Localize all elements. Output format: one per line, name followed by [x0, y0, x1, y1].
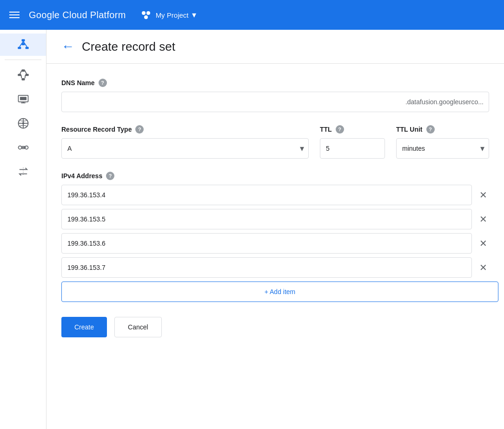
sidebar-item-interconnect[interactable]	[0, 136, 46, 159]
dns-name-help-icon[interactable]: ?	[99, 79, 107, 87]
ipv4-label: IPv4 Address ?	[61, 172, 489, 180]
sidebar-item-routes[interactable]	[0, 112, 46, 134]
chevron-down-icon: ▾	[192, 10, 196, 20]
ttl-col: TTL ?	[320, 125, 385, 159]
dns-name-label: DNS Name ?	[61, 79, 489, 87]
project-selector[interactable]: My Project ▾	[139, 8, 197, 21]
table-row: ✕	[61, 209, 489, 229]
svg-point-2	[144, 15, 148, 19]
record-type-select-wrapper: A AAAA CNAME MX NS PTR SOA SPF SRV TXT	[61, 138, 309, 159]
sidebar	[0, 30, 46, 429]
svg-rect-5	[25, 47, 28, 49]
action-buttons: Create Cancel	[61, 317, 489, 337]
ip-address-input-4[interactable]	[61, 257, 472, 278]
record-type-label: Resource Record Type ?	[61, 125, 309, 134]
menu-icon[interactable]	[7, 10, 21, 20]
sidebar-item-transfer[interactable]	[0, 161, 46, 183]
svg-point-0	[142, 11, 146, 15]
sidebar-divider-1	[5, 60, 41, 60]
back-button[interactable]: ←	[61, 39, 74, 54]
record-type-col: Resource Record Type ? A AAAA CNAME MX N…	[61, 125, 309, 159]
svg-line-17	[25, 75, 25, 78]
ip-address-input-3[interactable]	[61, 233, 472, 254]
network-icon	[17, 68, 30, 81]
transfer-icon	[17, 165, 30, 178]
routes-icon	[17, 117, 30, 130]
network-topology-icon	[17, 38, 30, 51]
dns-name-input[interactable]	[61, 92, 489, 112]
topbar: Google Cloud Platform My Project ▾	[0, 0, 504, 30]
content-area: ← Create record set DNS Name ? .datafusi…	[46, 30, 504, 429]
record-type-group: Resource Record Type ? A AAAA CNAME MX N…	[61, 125, 489, 159]
ttl-input[interactable]	[320, 138, 385, 159]
svg-rect-19	[20, 97, 27, 100]
ip-address-input-2[interactable]	[61, 209, 472, 229]
ttl-unit-col: TTL Unit ? seconds minutes hours days ▾	[396, 125, 489, 159]
form-container: DNS Name ? .datafusion.googleuserco... R…	[46, 64, 504, 352]
ttl-label: TTL ?	[320, 125, 385, 134]
remove-ip-4-button[interactable]: ✕	[477, 260, 489, 275]
main-layout: ← Create record set DNS Name ? .datafusi…	[0, 30, 504, 429]
svg-rect-10	[21, 69, 25, 72]
back-arrow-icon: ←	[61, 39, 74, 54]
table-row: ✕	[61, 185, 489, 205]
ipv4-help-icon[interactable]: ?	[106, 172, 114, 180]
remove-ip-2-button[interactable]: ✕	[477, 212, 489, 227]
svg-point-26	[18, 146, 21, 149]
ttl-unit-help-icon[interactable]: ?	[426, 125, 435, 134]
project-icon	[139, 8, 152, 21]
interconnect-icon	[17, 141, 30, 154]
record-type-help-icon[interactable]: ?	[135, 125, 144, 134]
create-button[interactable]: Create	[61, 317, 107, 337]
svg-point-1	[146, 11, 150, 15]
svg-rect-4	[18, 47, 21, 49]
svg-rect-3	[21, 39, 25, 41]
compute-icon	[17, 93, 30, 106]
page-title: Create record set	[82, 40, 175, 54]
record-type-row: Resource Record Type ? A AAAA CNAME MX N…	[61, 125, 489, 159]
sidebar-item-compute[interactable]	[0, 88, 46, 110]
sidebar-item-network-topology[interactable]	[0, 34, 46, 56]
sidebar-item-network[interactable]	[0, 64, 46, 86]
project-label: My Project	[156, 11, 189, 19]
ttl-help-icon[interactable]: ?	[336, 125, 344, 134]
record-type-select[interactable]: A AAAA CNAME MX NS PTR SOA SPF SRV TXT	[61, 138, 309, 159]
dns-name-group: DNS Name ? .datafusion.googleuserco...	[61, 79, 489, 112]
add-item-button[interactable]: + Add item	[61, 282, 498, 302]
svg-line-16	[21, 75, 21, 78]
table-row: ✕	[61, 233, 489, 254]
table-row: ✕	[61, 257, 489, 278]
ipv4-group: IPv4 Address ? ✕ ✕ ✕	[61, 172, 489, 302]
dns-name-input-wrapper: .datafusion.googleuserco...	[61, 92, 489, 112]
remove-ip-1-button[interactable]: ✕	[477, 188, 489, 202]
app-title: Google Cloud Platform	[29, 10, 126, 20]
ttl-unit-select[interactable]: seconds minutes hours days	[396, 138, 489, 159]
ttl-unit-select-wrapper: seconds minutes hours days ▾	[396, 138, 489, 159]
svg-point-25	[22, 122, 24, 125]
svg-rect-11	[21, 78, 25, 80]
remove-ip-3-button[interactable]: ✕	[477, 236, 489, 251]
svg-rect-8	[21, 43, 25, 46]
page-header: ← Create record set	[46, 30, 504, 64]
ttl-unit-label: TTL Unit ?	[396, 125, 489, 134]
cancel-button[interactable]: Cancel	[114, 317, 162, 337]
ip-address-list: ✕ ✕ ✕ ✕	[61, 185, 489, 278]
ip-address-input-1[interactable]	[61, 185, 472, 205]
